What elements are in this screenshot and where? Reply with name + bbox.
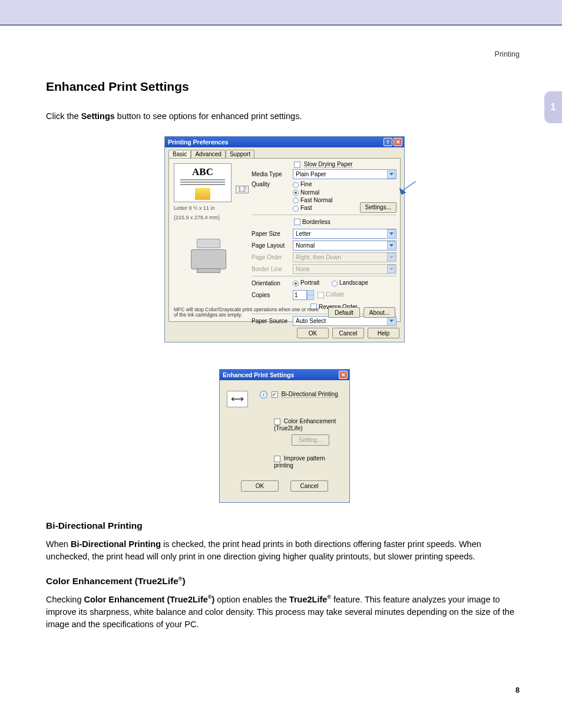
quality-normal-radio[interactable] xyxy=(293,190,299,196)
quality-fast-normal-radio[interactable] xyxy=(293,197,299,203)
chevron-down-icon xyxy=(387,241,395,249)
copies-label: Copies xyxy=(252,292,293,298)
titlebar-title: Printing Preferences xyxy=(168,139,229,146)
improve-pattern-label: Improve pattern printing xyxy=(274,455,325,469)
chevron-down-icon xyxy=(387,229,395,238)
chevron-down-icon xyxy=(387,265,395,273)
border-line-dropdown: None xyxy=(293,264,396,274)
copies-spinner-buttons[interactable] xyxy=(307,290,314,300)
dialog-body: i Bi-Directional Printing Color Enhancem… xyxy=(220,380,349,502)
about-button[interactable]: About... xyxy=(363,307,395,318)
enhanced-print-settings-dialog: Enhanced Print Settings ✕ i Bi-Direction… xyxy=(219,369,350,503)
titlebar-title: Enhanced Print Settings xyxy=(223,371,294,378)
quality-fast-radio[interactable] xyxy=(293,206,299,212)
preview-page-badge: 1,2 xyxy=(236,186,249,193)
tab-basic[interactable]: Basic xyxy=(168,150,191,158)
printing-preferences-dialog: Printing Preferences ? ✕ Basic Advanced … xyxy=(164,136,405,342)
quality-label: Quality xyxy=(252,181,293,187)
help-button[interactable]: Help xyxy=(368,328,399,338)
color-setting-button: Setting... xyxy=(292,434,329,446)
paper-size-label: Paper Size xyxy=(252,230,293,237)
intro-paragraph: Click the Settings button to see options… xyxy=(46,110,523,122)
bidi-checkbox[interactable] xyxy=(272,391,278,398)
preview-photo-icon xyxy=(195,188,210,200)
default-button[interactable]: Default xyxy=(328,307,360,318)
preview-column: ABC 1,2 Letter 8 ½ x 11 in (215.9 x 279.… xyxy=(174,163,244,269)
ok-button[interactable]: OK xyxy=(241,480,279,492)
info-icon[interactable]: i xyxy=(260,391,267,398)
chevron-down-icon xyxy=(387,170,395,179)
improve-pattern-checkbox[interactable] xyxy=(274,456,280,462)
bidi-label: Bi-Directional Printing xyxy=(282,391,338,398)
media-type-label: Media Type xyxy=(252,171,293,177)
portrait-radio[interactable] xyxy=(293,281,299,286)
heading-main: Enhanced Print Settings xyxy=(46,80,523,94)
paper-size-dropdown[interactable]: Letter xyxy=(293,229,396,239)
paper-source-label: Paper Source xyxy=(252,318,293,324)
page-order-dropdown: Right, then Down xyxy=(293,252,396,262)
chapter-tab: 1 xyxy=(544,91,562,123)
copies-spinner[interactable]: 1 xyxy=(293,290,307,300)
media-type-dropdown[interactable]: Plain Paper xyxy=(293,169,396,179)
page-preview: ABC xyxy=(174,163,232,202)
page-top-band xyxy=(0,0,562,25)
running-header: Printing xyxy=(495,50,520,58)
color-enhancement-label: Color Enhancement (True2Life) xyxy=(274,418,336,431)
bidi-icon xyxy=(227,391,248,407)
borderless-label: Borderless xyxy=(302,219,330,225)
footnote-text: MFC will stop Color/Grayscale print oper… xyxy=(174,307,321,318)
borderless-checkbox[interactable] xyxy=(294,219,300,225)
cancel-button[interactable]: Cancel xyxy=(290,480,328,492)
page-number: 8 xyxy=(515,686,520,694)
titlebar: Printing Preferences ? ✕ xyxy=(165,137,404,147)
tab-support[interactable]: Support xyxy=(226,150,254,158)
tab-panel-basic: ABC 1,2 Letter 8 ½ x 11 in (215.9 x 279.… xyxy=(168,158,401,322)
callout-arrow-icon xyxy=(398,179,418,197)
para-color: Checking Color Enhancement (True2Life®) … xyxy=(46,594,523,631)
page-order-label: Page Order xyxy=(252,254,293,261)
preview-text: ABC xyxy=(177,166,229,178)
cancel-button[interactable]: Cancel xyxy=(332,328,364,338)
dialog-buttons: OK Cancel Help xyxy=(165,325,404,342)
preview-size-line2: (215.9 x 279.4 mm) xyxy=(174,215,244,221)
preview-size-line1: Letter 8 ½ x 11 in xyxy=(174,206,244,212)
page-layout-label: Page Layout xyxy=(252,242,293,249)
para-bidi: When Bi-Directional Printing is checked,… xyxy=(46,538,523,563)
titlebar-close-button[interactable]: ✕ xyxy=(339,371,348,379)
quality-fine-radio[interactable] xyxy=(293,182,299,188)
chevron-down-icon xyxy=(387,253,395,261)
slow-drying-label: Slow Drying Paper xyxy=(304,161,353,168)
orientation-label: Orientation xyxy=(252,280,293,286)
printer-icon xyxy=(186,235,232,269)
border-line-label: Border Line xyxy=(252,266,293,272)
ok-button[interactable]: OK xyxy=(297,328,329,338)
titlebar-help-button[interactable]: ? xyxy=(384,138,392,146)
titlebar: Enhanced Print Settings ✕ xyxy=(220,370,349,380)
titlebar-close-button[interactable]: ✕ xyxy=(394,138,402,146)
tab-strip: Basic Advanced Support xyxy=(168,150,401,158)
page-layout-dropdown[interactable]: Normal xyxy=(293,241,396,251)
settings-button[interactable]: Settings... xyxy=(360,202,396,213)
landscape-radio[interactable] xyxy=(332,281,338,286)
collate-checkbox xyxy=(318,292,324,298)
tab-advanced[interactable]: Advanced xyxy=(191,150,225,158)
settings-column: Slow Drying Paper Media Type Plain Paper… xyxy=(252,161,396,327)
heading-bidi: Bi-Directional Printing xyxy=(46,521,523,531)
slow-drying-checkbox[interactable] xyxy=(294,162,300,168)
page-content: Enhanced Print Settings Click the Settin… xyxy=(46,80,523,635)
color-enhancement-checkbox[interactable] xyxy=(274,419,280,425)
horizontal-rule xyxy=(0,25,562,25)
heading-color-enhancement: Color Enhancement (True2Life®) xyxy=(46,576,523,587)
